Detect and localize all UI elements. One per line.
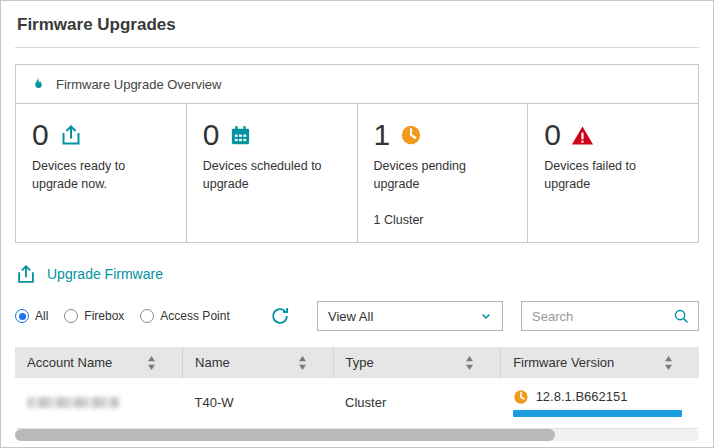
flame-icon (30, 75, 46, 93)
column-header-firmware-version[interactable]: Firmware Version (501, 347, 699, 378)
device-type-filter: All Firebox Access Point (15, 309, 230, 323)
sort-icon[interactable] (147, 356, 156, 370)
pending-icon (400, 124, 422, 146)
radio-firebox[interactable]: Firebox (64, 309, 124, 323)
radio-all-label: All (35, 309, 48, 323)
cell-account-name (15, 378, 183, 428)
stat-pending-sub: 1 Cluster (374, 213, 512, 227)
stat-scheduled: 0 Devices scheduled to upgrade (187, 104, 358, 242)
stat-failed: 0 Devices failed to upgrade (528, 104, 698, 242)
column-header-account-name[interactable]: Account Name (15, 347, 183, 378)
stat-pending-label: Devices pending upgrade (374, 158, 494, 193)
search-box (521, 301, 699, 331)
firmware-upgrades-page: Firmware Upgrades Firmware Upgrade Overv… (0, 0, 714, 448)
pending-icon (513, 389, 529, 405)
upgrade-firmware-label: Upgrade Firmware (47, 266, 163, 282)
stat-scheduled-value: 0 (203, 118, 220, 152)
firmware-version-text: 12.8.1.B662151 (536, 389, 628, 404)
radio-access-point-label: Access Point (160, 309, 229, 323)
chevron-down-icon (480, 310, 492, 322)
overview-stats-row: 0 Devices ready to upgrade now. 0 (16, 104, 698, 242)
page-title: Firmware Upgrades (15, 11, 699, 48)
sort-icon[interactable] (465, 356, 474, 370)
horizontal-scrollbar[interactable] (15, 429, 699, 441)
stat-ready-to-upgrade: 0 Devices ready to upgrade now. (16, 104, 187, 242)
refresh-icon[interactable] (269, 305, 291, 327)
alert-icon (571, 124, 594, 147)
search-icon[interactable] (673, 308, 690, 325)
radio-access-point-circle (140, 309, 154, 323)
blurred-account-name (27, 397, 119, 408)
column-header-type[interactable]: Type (333, 347, 501, 378)
search-input[interactable] (532, 309, 673, 324)
overview-card-title: Firmware Upgrade Overview (56, 77, 221, 92)
view-filter-dropdown[interactable]: View All (317, 301, 503, 331)
firmware-overview-card: Firmware Upgrade Overview 0 Devices read… (15, 64, 699, 243)
cell-device-name: T40-W (183, 378, 333, 428)
cell-firmware-version: 12.8.1.B662151 (501, 378, 699, 428)
stat-scheduled-label: Devices scheduled to upgrade (203, 158, 323, 193)
sort-icon[interactable] (664, 356, 673, 370)
overview-card-header: Firmware Upgrade Overview (16, 65, 698, 104)
upgrade-firmware-button[interactable]: Upgrade Firmware (15, 263, 699, 285)
stat-ready-value: 0 (32, 118, 49, 152)
view-filter-value: View All (328, 309, 373, 324)
radio-all[interactable]: All (15, 309, 48, 323)
table-row[interactable]: T40-W Cluster 12.8.1.B662151 (15, 378, 699, 428)
stat-failed-label: Devices failed to upgrade (544, 158, 664, 193)
stat-ready-label: Devices ready to upgrade now. (32, 158, 152, 193)
table-header-row: Account Name Name Type Firmware Version (15, 347, 699, 378)
upgrade-icon (15, 263, 37, 285)
radio-firebox-circle (64, 309, 78, 323)
sort-icon[interactable] (298, 356, 307, 370)
radio-firebox-label: Firebox (84, 309, 124, 323)
stat-pending: 1 Devices pending upgrade 1 Cluster (358, 104, 529, 242)
calendar-icon (229, 124, 252, 147)
upgrade-icon (59, 123, 83, 147)
radio-access-point[interactable]: Access Point (140, 309, 229, 323)
stat-failed-value: 0 (544, 118, 561, 152)
toolbar: All Firebox Access Point View All (15, 301, 699, 331)
devices-table: Account Name Name Type Firmware Version (15, 347, 699, 429)
column-header-name[interactable]: Name (183, 347, 333, 378)
upgrade-progress-bar (513, 410, 682, 417)
cell-device-type: Cluster (333, 378, 501, 428)
radio-all-circle (15, 309, 29, 323)
scrollbar-thumb[interactable] (15, 429, 555, 441)
stat-pending-value: 1 (374, 118, 391, 152)
